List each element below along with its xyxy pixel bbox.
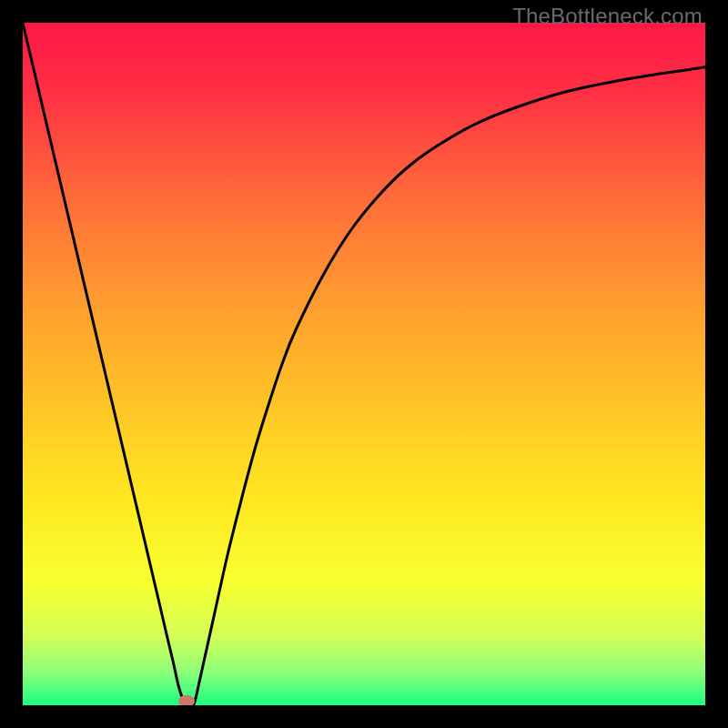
watermark-text: TheBottleneck.com xyxy=(512,4,703,29)
bottleneck-chart xyxy=(23,23,705,705)
gradient-background xyxy=(23,23,705,705)
chart-frame xyxy=(23,23,705,705)
